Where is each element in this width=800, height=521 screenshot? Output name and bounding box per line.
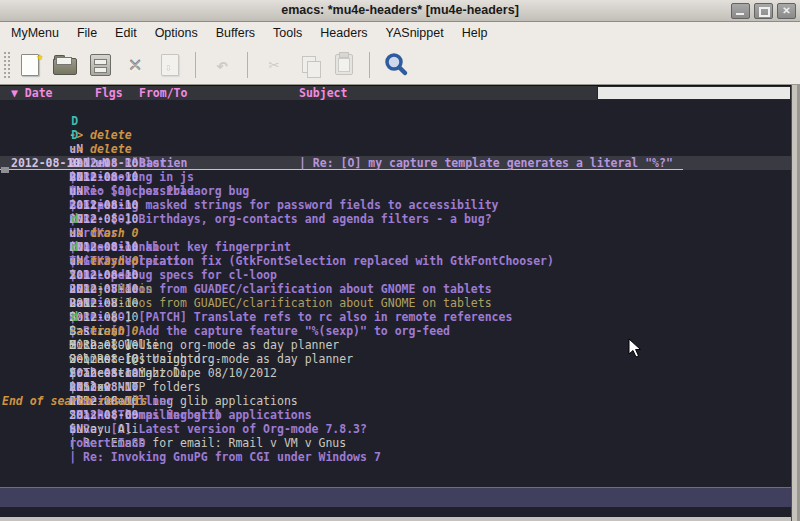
menu-item[interactable]: Buffers xyxy=(207,22,264,45)
emacs-window: { "window": { "title": "emacs: *mu4e-hea… xyxy=(0,0,800,521)
message-row[interactable]: 2012-08-10 uN Mario Sanchez Prada | Expo… xyxy=(0,128,791,142)
message-row[interactable]: 2012-08-10 uN Florian Müllner \ Re: Comp… xyxy=(0,338,791,352)
toolbar-separator xyxy=(369,52,370,78)
column-from-to[interactable]: From/To xyxy=(139,86,299,100)
close-buffer-icon: ✕ xyxy=(128,54,141,76)
header-spacer xyxy=(0,86,11,100)
message-row[interactable]: D -> delete uaN Bastien | Re: [O] possib… xyxy=(0,114,791,128)
column-flags[interactable]: Flgs xyxy=(95,86,139,100)
cut-icon: ✂ xyxy=(269,54,280,75)
message-row[interactable]: 2012-08-10 uN Xan Lopez - Re: Videos fro… xyxy=(0,212,791,226)
close-button[interactable]: ✕ xyxy=(777,3,796,19)
message-row[interactable]: 2012-08-10 S Bastien + Re: [O] Using org… xyxy=(0,268,791,282)
headerline-right-strip xyxy=(597,86,791,100)
new-file-icon: ★ xyxy=(21,54,39,76)
menu-item-label: Headers xyxy=(320,26,367,40)
menu-item[interactable]: Options xyxy=(146,22,207,45)
minimize-button[interactable] xyxy=(731,3,750,19)
maximize-icon xyxy=(759,7,770,17)
message-subject: | Re: [O] my capture template generates … xyxy=(299,156,683,169)
maximize-button[interactable] xyxy=(754,3,773,19)
window-title: emacs: *mu4e-headers* [mu4e-headers] xyxy=(0,0,800,21)
menu-item-label: YASnippet xyxy=(386,26,444,40)
open-folder-icon xyxy=(53,58,77,75)
menu-item-label: Options xyxy=(155,26,198,40)
end-of-results-text: End of search results xyxy=(2,394,147,408)
message-row[interactable]: 2012-08-10 uN Bastien | Re: [O] [PATCH] … xyxy=(0,240,791,254)
message-row[interactable]: 2012-08-10 uN 'Mash (Thomas Herbert) | R… xyxy=(0,352,791,366)
message-row[interactable]: d -> trash 0 S Juanjo Marin - Re: Videos… xyxy=(0,226,791,240)
frame-bottom-edge xyxy=(0,517,791,521)
menu-item-label: Buffers xyxy=(216,26,255,40)
menu-item-label: MyMenu xyxy=(11,26,59,40)
menu-item[interactable]: Help xyxy=(453,22,497,45)
echo-area[interactable] xyxy=(0,507,791,517)
text-cursor xyxy=(1,167,9,173)
save-button[interactable] xyxy=(85,50,115,80)
copy-button xyxy=(294,50,324,80)
menu-item-label: Help xyxy=(462,26,488,40)
undo-icon: ↶ xyxy=(216,53,228,77)
message-list: D -> delete uN Andreas Röhler | Re: movi… xyxy=(0,100,791,394)
new-file-button[interactable]: ★ xyxy=(15,50,45,80)
message-sender: Bastien xyxy=(139,156,299,169)
message-flags: uN xyxy=(69,422,83,436)
column-date[interactable]: ▼ Date xyxy=(11,86,95,100)
save-icon xyxy=(90,54,111,76)
menu-item[interactable]: Headers xyxy=(311,22,376,45)
message-row[interactable]: 2012-08-10 uaN Bastien | Re: [O] Add the… xyxy=(0,254,791,268)
menu-item[interactable]: Edit xyxy=(106,22,146,45)
menu-item[interactable]: MyMenu xyxy=(2,22,68,45)
paste-button xyxy=(329,50,359,80)
message-sender: robertcInSD xyxy=(69,436,145,450)
menu-item-label: Tools xyxy=(273,26,302,40)
minimize-icon xyxy=(736,13,744,15)
toolbar-grip[interactable] xyxy=(3,51,10,79)
message-date: 2012-08-09 xyxy=(69,408,138,422)
window-buttons: ✕ xyxy=(731,3,796,19)
message-date: 2012-08-10 xyxy=(11,156,95,169)
close-icon: ✕ xyxy=(778,4,795,18)
menu-bar: MyMenu File Edit Options Buffers Tools H… xyxy=(0,22,800,45)
title-bar: emacs: *mu4e-headers* [mu4e-headers] ✕ xyxy=(0,0,800,22)
mode-line: *mu4e-headers* ( 5 , 0 ) [All/2.0k] [mu4… xyxy=(0,487,791,507)
undo-button: ↶ xyxy=(207,50,237,80)
menu-item[interactable]: Tools xyxy=(264,22,311,45)
open-file-button[interactable] xyxy=(50,50,80,80)
message-row[interactable]: 2012-08-09 uN robertcInSD | Re: Invoking… xyxy=(0,380,791,394)
copy-icon xyxy=(302,56,316,73)
save-as-button: ⇩ xyxy=(155,50,185,80)
message-row[interactable]: D -> delete uN Andreas Röhler | Re: movi… xyxy=(0,100,791,114)
cut-button: ✂ xyxy=(259,50,289,80)
star-icon: ★ xyxy=(36,50,43,63)
down-arrow-icon: ⇩ xyxy=(165,61,172,74)
message-row[interactable]: 2012-08-10 uN Frans Oilinki | GTK3 depre… xyxy=(0,184,791,198)
message-flags: uN xyxy=(95,156,139,169)
menu-item-label: Edit xyxy=(115,26,137,40)
toolbar-separator xyxy=(195,52,196,78)
search-icon xyxy=(383,52,409,78)
menu-item[interactable]: YASnippet xyxy=(377,22,453,45)
message-row[interactable]: 2012-08-10 S Suvayu Ali | Re: Emacs for … xyxy=(0,366,791,380)
tool-bar: ★ ✕ ⇩ ↶ ✂ xyxy=(0,45,800,85)
message-row[interactable]: 2012-08-10 uN HardKor | Question about k… xyxy=(0,170,791,184)
toolbar-separator xyxy=(247,52,248,78)
search-button[interactable] xyxy=(381,50,411,80)
message-row[interactable]: 2012-08-10 uN Bastien | Re: [O] my captu… xyxy=(0,156,791,170)
paste-icon xyxy=(335,54,353,75)
menu-item-label: File xyxy=(77,26,97,40)
mu4e-headers-buffer: ▼ Date Flgs From/To Subject D -> delete … xyxy=(0,85,791,517)
menu-item[interactable]: File xyxy=(68,22,106,45)
save-as-icon: ⇩ xyxy=(161,54,179,76)
message-row[interactable]: 2012-08-10 uN Bastien | Re: [O] Birthday… xyxy=(0,142,791,156)
message-subject: | Re: Invoking GnuPG from CGI under Wind… xyxy=(69,450,381,464)
close-buffer-button[interactable]: ✕ xyxy=(120,50,150,80)
